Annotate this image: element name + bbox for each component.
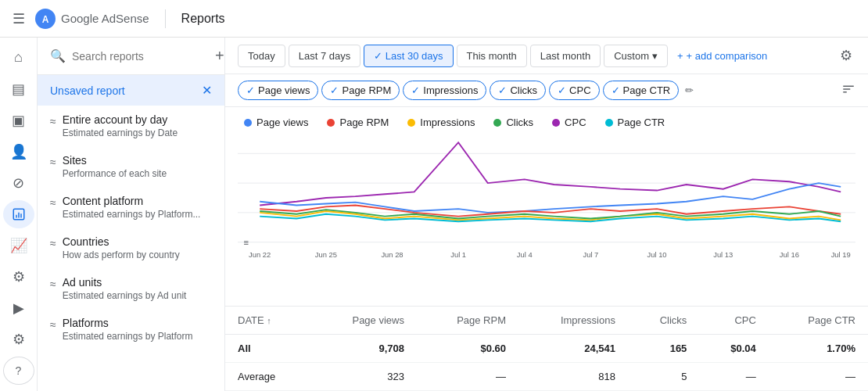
filter-last7-button[interactable]: Last 7 days — [289, 45, 361, 67]
metric-chip-pageviews[interactable]: ✓ Page views — [238, 81, 318, 100]
th-clicks[interactable]: Clicks — [628, 307, 699, 335]
add-icon: + — [677, 50, 683, 62]
sidebar-item-sites[interactable]: ≈ Sites Performance of each site ⋮ — [38, 146, 224, 187]
platforms-desc: Estimated earnings by Platform — [63, 331, 193, 342]
legend-pageviews: Page views — [244, 117, 308, 128]
th-pagerpm[interactable]: Page RPM — [417, 307, 518, 335]
svg-text:Jul 10: Jul 10 — [647, 250, 667, 259]
nav-media-icon[interactable]: ▶ — [3, 294, 34, 322]
clicks-label: Clicks — [510, 84, 537, 96]
add-comparison-button[interactable]: + + add comparison — [671, 45, 773, 66]
search-input[interactable] — [72, 50, 209, 63]
filter-thismonth-button[interactable]: This month — [457, 45, 527, 67]
close-unsaved-icon[interactable]: ✕ — [202, 83, 212, 98]
svg-text:A: A — [42, 14, 49, 25]
search-bar: 🔍 + — [38, 38, 224, 75]
settings-gear-icon[interactable]: ⚙ — [837, 44, 855, 67]
td-avg-pagectr: — — [769, 363, 868, 391]
metric-chip-impressions[interactable]: ✓ Impressions — [403, 81, 486, 100]
nav-divider — [165, 9, 166, 28]
metric-chip-clicks[interactable]: ✓ Clicks — [490, 81, 546, 100]
th-cpc[interactable]: CPC — [699, 307, 768, 335]
line-chart: Jun 22 Jun 25 Jun 28 Jul 1 Jul 4 Jul 7 J… — [238, 131, 855, 264]
metric-chip-cpc[interactable]: ✓ CPC — [549, 81, 599, 100]
td-avg-impressions: 818 — [518, 363, 628, 391]
ad-units-icon: ≈ — [50, 278, 56, 290]
filter-last30-button[interactable]: ✓ Last 30 days — [364, 45, 453, 67]
sidebar-item-entire-account[interactable]: ≈ Entire account by day Estimated earnin… — [38, 106, 224, 146]
hamburger-icon[interactable]: ☰ — [13, 10, 25, 27]
sidebar-item-platforms[interactable]: ≈ Platforms Estimated earnings by Platfo… — [38, 309, 224, 350]
svg-rect-4 — [18, 213, 20, 218]
svg-text:Jul 7: Jul 7 — [583, 250, 599, 259]
svg-text:Jul 1: Jul 1 — [450, 250, 466, 259]
td-all-pagerpm: $0.60 — [417, 335, 518, 363]
svg-rect-5 — [20, 213, 22, 217]
metric-chip-pagerpm[interactable]: ✓ Page RPM — [321, 81, 400, 100]
filter-bar: Today Last 7 days ✓ Last 30 days This mo… — [225, 38, 868, 74]
entire-account-desc: Estimated earnings by Date — [63, 127, 178, 138]
legend-clicks: Clicks — [493, 117, 533, 128]
entire-account-name: Entire account by day — [63, 113, 178, 126]
th-impressions[interactable]: Impressions — [518, 307, 628, 335]
sites-desc: Performance of each site — [63, 168, 167, 179]
legend-impressions: Impressions — [407, 117, 475, 128]
legend-cpc-dot — [552, 119, 560, 127]
impressions-label: Impressions — [423, 84, 478, 96]
impressions-check-icon: ✓ — [411, 84, 420, 96]
nav-content-icon[interactable]: ▤ — [3, 75, 34, 103]
svg-text:Jul 13: Jul 13 — [713, 250, 733, 259]
metric-chip-pagectr[interactable]: ✓ Page CTR — [603, 81, 680, 100]
top-nav: ☰ A Google AdSense Reports — [0, 0, 868, 38]
legend-pageviews-dot — [244, 119, 252, 127]
pagerpm-label: Page RPM — [342, 84, 391, 96]
unsaved-report-label: Unsaved report — [50, 84, 125, 97]
legend-impressions-label: Impressions — [420, 117, 475, 128]
filter-custom-button[interactable]: Custom ▾ — [604, 45, 668, 67]
th-pageviews[interactable]: Page views — [311, 307, 417, 335]
th-pagectr[interactable]: Page CTR — [769, 307, 868, 335]
cpc-label: CPC — [569, 84, 590, 96]
add-report-icon[interactable]: + — [215, 47, 224, 65]
legend-clicks-dot — [493, 119, 501, 127]
td-avg-date: Average — [225, 363, 311, 391]
nav-analytics-icon[interactable]: 📈 — [3, 231, 34, 260]
metrics-bar: ✓ Page views ✓ Page RPM ✓ Impressions ✓ … — [225, 74, 868, 107]
svg-text:Jun 22: Jun 22 — [249, 250, 271, 259]
legend-clicks-label: Clicks — [506, 117, 533, 128]
legend-pagerpm-label: Page RPM — [339, 117, 389, 128]
nav-reports-icon[interactable] — [3, 200, 34, 228]
th-date[interactable]: DATE ↑ — [225, 307, 311, 335]
table-header-row: DATE ↑ Page views Page RPM Impressions C… — [225, 307, 868, 335]
filter-today-button[interactable]: Today — [238, 45, 285, 67]
nav-help-icon[interactable]: ? — [3, 357, 34, 385]
filter-columns-icon[interactable] — [841, 82, 855, 99]
sidebar-item-content-platform[interactable]: ≈ Content platform Estimated earnings by… — [38, 187, 224, 228]
nav-ads-icon[interactable]: ▣ — [3, 106, 34, 135]
legend-impressions-dot — [407, 119, 415, 127]
nav-settings-icon[interactable]: ⚙ — [3, 325, 34, 353]
sites-name: Sites — [63, 154, 167, 167]
td-all-impressions: 24,541 — [518, 335, 628, 363]
nav-users-icon[interactable]: 👤 — [3, 138, 34, 166]
content-platform-icon: ≈ — [50, 196, 56, 209]
sidebar-item-countries[interactable]: ≈ Countries How ads perform by country ⋮ — [38, 228, 224, 268]
chart-svg-wrap: Jun 22 Jun 25 Jun 28 Jul 1 Jul 4 Jul 7 J… — [225, 131, 868, 306]
nav-block-icon[interactable]: ⊘ — [3, 169, 34, 197]
impressions-line — [260, 142, 841, 205]
filter-lastmonth-button[interactable]: Last month — [530, 45, 601, 67]
search-icon: 🔍 — [50, 48, 66, 63]
svg-text:≡: ≡ — [244, 238, 249, 247]
brand-name: Google AdSense — [61, 12, 149, 25]
nav-optimize-icon[interactable]: ⚙ — [3, 263, 34, 291]
unsaved-report-item[interactable]: Unsaved report ✕ — [38, 75, 224, 106]
entire-account-icon: ≈ — [50, 115, 56, 127]
svg-text:Jun 28: Jun 28 — [381, 250, 403, 259]
td-all-date: All — [225, 335, 311, 363]
edit-metrics-icon[interactable]: ✏ — [685, 84, 694, 96]
nav-home-icon[interactable]: ⌂ — [3, 44, 34, 72]
ad-units-desc: Estimated earnings by Ad unit — [63, 290, 187, 301]
sidebar-item-ad-units[interactable]: ≈ Ad units Estimated earnings by Ad unit… — [38, 268, 224, 309]
pageviews-check-icon: ✓ — [246, 84, 255, 96]
td-avg-pagerpm: — — [417, 363, 518, 391]
